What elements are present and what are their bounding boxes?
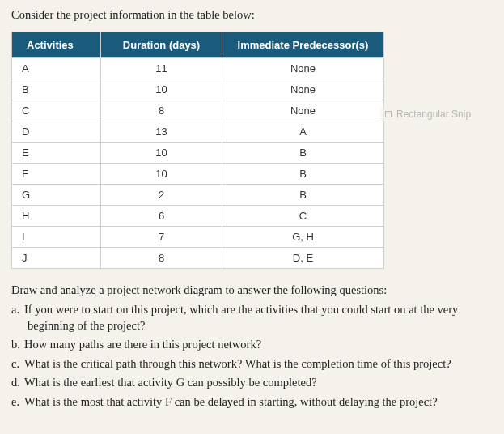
header-duration: Duration (days) xyxy=(101,32,222,58)
table-row: A 11 None xyxy=(12,58,384,79)
question-label: b. xyxy=(11,337,24,353)
cell-predecessor: G, H xyxy=(222,227,384,248)
cell-predecessor: B xyxy=(222,143,384,164)
cell-duration: 10 xyxy=(101,79,222,100)
cell-activity: I xyxy=(12,227,101,248)
cell-activity: D xyxy=(12,121,101,143)
question-label: e. xyxy=(11,394,24,411)
cell-predecessor: D, E xyxy=(222,248,384,269)
question-item: c.What is the critical path through this… xyxy=(11,356,493,372)
question-item: a.If you were to start on this project, … xyxy=(11,302,493,334)
question-text: What is the most that activity F can be … xyxy=(24,395,438,408)
cell-activity: H xyxy=(12,206,101,227)
question-text: What is the critical path through this n… xyxy=(24,357,451,370)
cell-duration: 8 xyxy=(101,248,222,269)
question-text: What is the earliest that activity G can… xyxy=(24,376,317,389)
cell-predecessor: C xyxy=(222,206,384,227)
cell-predecessor: B xyxy=(222,164,384,185)
cell-duration: 13 xyxy=(101,121,222,143)
cell-activity: E xyxy=(12,143,101,164)
snip-label: Rectangular Snip xyxy=(396,108,471,120)
question-list: a.If you were to start on this project, … xyxy=(11,302,493,410)
header-predecessor: Immediate Predecessor(s) xyxy=(222,32,384,58)
cell-activity: F xyxy=(12,164,101,185)
cell-activity: G xyxy=(12,185,101,206)
table-row: I 7 G, H xyxy=(12,227,384,248)
question-label: d. xyxy=(11,375,24,391)
questions-intro: Draw and analyze a project network diagr… xyxy=(11,283,493,297)
table-row: D 13 A xyxy=(12,121,384,143)
project-table: Activities Duration (days) Immediate Pre… xyxy=(11,32,384,269)
table-row: F 10 B xyxy=(12,164,384,185)
cell-activity: B xyxy=(12,79,101,100)
table-row: H 6 C xyxy=(12,206,384,227)
cell-duration: 10 xyxy=(101,143,222,164)
cell-duration: 6 xyxy=(101,206,222,227)
table-row: J 8 D, E xyxy=(12,248,384,269)
cell-duration: 8 xyxy=(101,100,222,121)
question-item: e.What is the most that activity F can b… xyxy=(11,394,493,411)
table-header-row: Activities Duration (days) Immediate Pre… xyxy=(12,32,384,58)
snip-overlay: Rectangular Snip xyxy=(380,107,476,121)
question-item: b.How many paths are there in this proje… xyxy=(11,337,493,353)
question-text: How many paths are there in this project… xyxy=(24,338,261,351)
table-row: E 10 B xyxy=(12,143,384,164)
cell-activity: J xyxy=(12,248,101,269)
question-label: c. xyxy=(11,356,24,372)
table-row: C 8 None xyxy=(12,100,384,121)
cell-activity: A xyxy=(12,58,101,79)
question-item: d.What is the earliest that activity G c… xyxy=(11,375,493,391)
question-label: a. xyxy=(11,302,24,318)
cell-duration: 7 xyxy=(101,227,222,248)
table-row: B 10 None xyxy=(12,79,384,100)
cell-predecessor: B xyxy=(222,185,384,206)
intro-text: Consider the project information in the … xyxy=(11,8,493,22)
header-activities: Activities xyxy=(12,32,101,58)
cell-predecessor: None xyxy=(222,100,384,121)
cell-duration: 10 xyxy=(101,164,222,185)
rectangle-icon xyxy=(385,111,392,117)
cell-predecessor: None xyxy=(222,58,384,79)
question-text: If you were to start on this project, wh… xyxy=(24,303,458,332)
cell-activity: C xyxy=(12,100,101,121)
cell-predecessor: A xyxy=(222,121,384,143)
cell-duration: 2 xyxy=(101,185,222,206)
table-row: G 2 B xyxy=(12,185,384,206)
cell-duration: 11 xyxy=(101,58,222,79)
cell-predecessor: None xyxy=(222,79,384,100)
